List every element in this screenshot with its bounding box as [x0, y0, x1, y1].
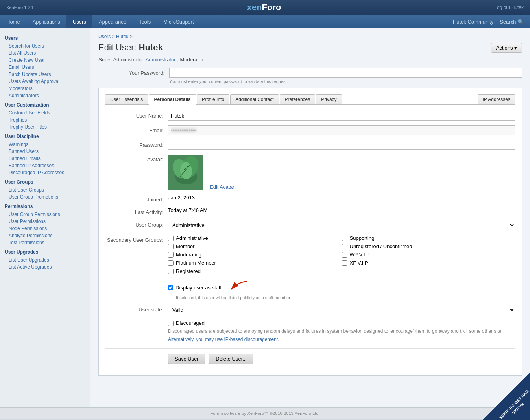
user-group-row: User Group: Administrative Member Modera… — [105, 220, 515, 230]
sidebar-create-user[interactable]: Create New User — [0, 57, 90, 64]
joined-label: Joined: — [105, 195, 168, 203]
last-activity-value: Today at 7:46 AM — [168, 207, 515, 213]
sidebar-node-permissions[interactable]: Node Permissions — [0, 225, 90, 232]
email-input[interactable] — [168, 125, 515, 135]
sidebar-batch-update[interactable]: Batch Update Users — [0, 71, 90, 78]
secondary-groups-label: Secondary User Groups: — [105, 235, 168, 243]
check-unregistered[interactable] — [342, 244, 347, 249]
content-area: Users > Hutek > Edit User: Hutek Actions… — [90, 28, 530, 407]
sidebar-trophies[interactable]: Trophies — [0, 116, 90, 123]
nav-applications[interactable]: Applications — [26, 15, 66, 28]
check-discouraged[interactable] — [168, 321, 174, 326]
user-state-value: Valid Awaiting email confirmation Modera… — [168, 305, 515, 315]
logo: xenForo — [247, 2, 281, 13]
avatar-label: Avatar: — [105, 155, 168, 162]
password-input[interactable] — [168, 140, 515, 150]
sidebar-trophy-titles[interactable]: Trophy User Titles — [0, 123, 90, 131]
delete-user-button[interactable]: Delete User... — [209, 354, 253, 364]
nav-search[interactable]: Search 🔍 — [500, 19, 524, 25]
user-group-select[interactable]: Administrative Member Moderating Registe… — [168, 220, 515, 230]
sidebar-search-users[interactable]: Search for Users — [0, 42, 90, 50]
tab-privacy[interactable]: Privacy — [316, 94, 342, 104]
sidebar-list-users[interactable]: List All Users — [0, 50, 90, 57]
your-password-label: Your Password: — [98, 68, 169, 76]
save-user-button[interactable]: Save User — [168, 354, 205, 364]
secondary-groups-row: Secondary User Groups: Administrative Me… — [105, 235, 515, 300]
tab-ip-addresses[interactable]: IP Addresses — [478, 94, 516, 104]
check-xf-vip[interactable] — [342, 260, 347, 266]
sidebar-user-permissions[interactable]: User Permissions — [0, 218, 90, 225]
user-group-label: User Group: — [105, 220, 168, 228]
tab-preferences[interactable]: Preferences — [280, 94, 316, 104]
sidebar-administrators[interactable]: Administrators — [0, 92, 90, 99]
sidebar-section-customization: User Customization — [0, 99, 90, 109]
your-password-input[interactable] — [169, 68, 522, 78]
avatar-image — [168, 155, 203, 190]
check-administrative[interactable] — [168, 236, 174, 241]
check-display-staff[interactable] — [168, 285, 173, 290]
display-staff-text: Display user as staff — [175, 285, 222, 291]
sidebar-awaiting-approval[interactable]: Users Awaiting Approval — [0, 78, 90, 85]
sidebar-group-promotions[interactable]: User Group Promotions — [0, 193, 90, 201]
display-staff-label: Display user as staff — [168, 285, 222, 291]
nav-appearance[interactable]: Appearance — [92, 15, 133, 28]
sidebar-email-users[interactable]: Email Users — [0, 64, 90, 71]
sidebar-banned-ips[interactable]: Banned IP Addresses — [0, 162, 90, 169]
role-administrator-link[interactable]: Administrator — [146, 57, 176, 63]
sidebar-list-groups[interactable]: List User Groups — [0, 186, 90, 193]
checkbox-supporting: Supporting — [342, 235, 516, 241]
tab-additional-contact[interactable]: Additional Contact — [230, 94, 279, 104]
check-wp-vip[interactable] — [342, 252, 347, 258]
sidebar-active-upgrades[interactable]: List Active Upgrades — [0, 263, 90, 271]
sidebar-analyze-permissions[interactable]: Analyze Permissions — [0, 232, 90, 239]
logout-link[interactable]: Log out Hutek — [494, 5, 524, 10]
nav-microsupport[interactable]: MicroSupport — [157, 15, 200, 28]
checkbox-col-right: Supporting Unregistered / Unconfirmed WP… — [342, 235, 516, 276]
check-platinum[interactable] — [168, 260, 174, 266]
breadcrumb: Users > Hutek > — [98, 34, 522, 39]
breadcrumb-sep1: > — [112, 34, 116, 39]
checkbox-unregistered: Unregistered / Unconfirmed — [342, 243, 516, 249]
username-input[interactable] — [168, 111, 515, 121]
nav-users[interactable]: Users — [66, 15, 92, 28]
actions-button[interactable]: Actions ▾ — [491, 43, 522, 53]
sidebar-banned-users[interactable]: Banned Users — [0, 148, 90, 155]
checkbox-administrative: Administrative — [168, 235, 342, 241]
tab-user-essentials[interactable]: User Essentials — [105, 94, 148, 104]
breadcrumb-hutek[interactable]: Hutek — [116, 34, 128, 39]
sidebar-banned-emails[interactable]: Banned Emails — [0, 155, 90, 162]
check-member-label: Member — [176, 243, 195, 249]
check-supporting[interactable] — [342, 236, 347, 241]
user-state-select[interactable]: Valid Awaiting email confirmation Modera… — [168, 305, 515, 315]
discouraged-row: Discouraged Discouraged users are subjec… — [105, 320, 515, 342]
ip-discourage-link[interactable]: Alternatively, you may use IP-based disc… — [168, 337, 279, 342]
edit-avatar-link[interactable]: Edit Avatar — [210, 184, 235, 190]
check-member[interactable] — [168, 244, 174, 249]
breadcrumb-users[interactable]: Users — [98, 34, 111, 39]
tab-personal-details[interactable]: Personal Details — [149, 94, 196, 105]
nav-community[interactable]: Hutek Community — [453, 19, 493, 25]
display-staff-hint: If selected, this user will be listed pu… — [176, 295, 515, 300]
sidebar-list-upgrades[interactable]: List User Upgrades — [0, 256, 90, 263]
role-moderator: , Moderator — [177, 57, 203, 63]
sidebar-test-permissions[interactable]: Test Permissions — [0, 239, 90, 246]
check-supporting-label: Supporting — [350, 235, 375, 241]
buttons-label-spacer — [105, 354, 168, 356]
nav-home[interactable]: Home — [0, 15, 26, 28]
logo-foro: Foro — [262, 2, 281, 12]
user-group-value: Administrative Member Moderating Registe… — [168, 220, 515, 230]
nav-tools[interactable]: Tools — [133, 15, 157, 28]
sidebar-custom-fields[interactable]: Custom User Fields — [0, 109, 90, 116]
sidebar-moderators[interactable]: Moderators — [0, 85, 90, 92]
sidebar-group-permissions[interactable]: User Group Permissions — [0, 211, 90, 218]
sidebar-discouraged-ips[interactable]: Discouraged IP Addresses — [0, 169, 90, 176]
username-label: User Name: — [105, 111, 168, 119]
page-title-user: Hutek — [139, 42, 163, 52]
discouraged-value: Discouraged Discouraged users are subjec… — [168, 320, 515, 342]
check-moderating[interactable] — [168, 252, 174, 258]
check-registered[interactable] — [168, 269, 174, 274]
check-moderating-label: Moderating — [176, 252, 201, 258]
tab-profile-info[interactable]: Profile Info — [197, 94, 229, 104]
sidebar-warnings[interactable]: Warnings — [0, 141, 90, 148]
buttons-value: Save User Delete User... — [168, 354, 515, 364]
